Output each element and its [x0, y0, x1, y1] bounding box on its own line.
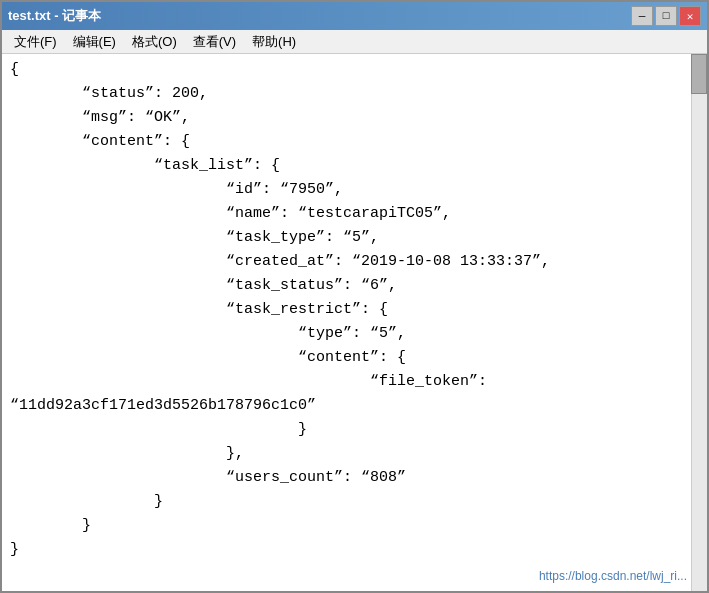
watermark: https://blog.csdn.net/lwj_ri... [539, 569, 687, 583]
menu-view[interactable]: 查看(V) [185, 31, 244, 53]
maximize-button[interactable]: □ [655, 6, 677, 26]
scrollbar-track[interactable] [691, 54, 707, 591]
minimize-button[interactable]: — [631, 6, 653, 26]
menu-format[interactable]: 格式(O) [124, 31, 185, 53]
scrollbar-thumb[interactable] [691, 54, 707, 94]
text-area[interactable]: { “status”: 200, “msg”: “OK”, “content”:… [2, 54, 707, 591]
title-bar: test.txt - 记事本 — □ ✕ [2, 2, 707, 30]
close-button[interactable]: ✕ [679, 6, 701, 26]
notepad-window: test.txt - 记事本 — □ ✕ 文件(F) 编辑(E) 格式(O) 查… [0, 0, 709, 593]
window-title: test.txt - 记事本 [8, 7, 101, 25]
window-controls: — □ ✕ [631, 6, 701, 26]
menu-file[interactable]: 文件(F) [6, 31, 65, 53]
file-content: { “status”: 200, “msg”: “OK”, “content”:… [2, 58, 707, 562]
menu-bar: 文件(F) 编辑(E) 格式(O) 查看(V) 帮助(H) [2, 30, 707, 54]
menu-help[interactable]: 帮助(H) [244, 31, 304, 53]
menu-edit[interactable]: 编辑(E) [65, 31, 124, 53]
